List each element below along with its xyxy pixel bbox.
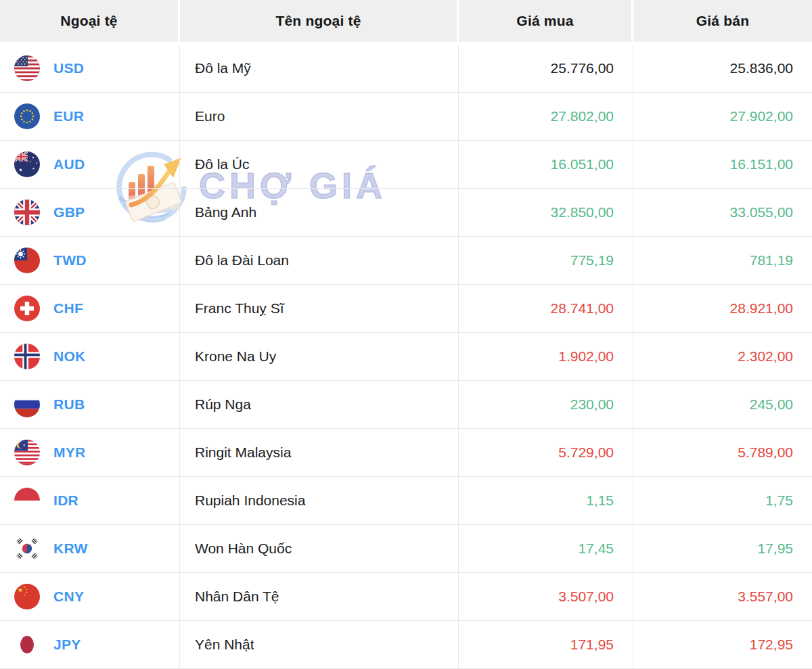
table-row: EUR Euro 27.802,00 27.902,00 — [0, 93, 812, 141]
currency-code[interactable]: MYR — [53, 444, 86, 461]
currency-code[interactable]: USD — [53, 60, 84, 76]
currency-code[interactable]: JPY — [53, 637, 81, 653]
currency-name: Ringit Malaysia — [180, 429, 459, 477]
table-row: CHF Franc Thuỵ Sĩ 28.741,00 28.921,00 — [0, 285, 812, 333]
currency-code[interactable]: GBP — [53, 204, 85, 221]
header-sell: Giá bán — [633, 0, 812, 45]
buy-price: 775,19 — [459, 237, 633, 285]
table-row: AUD Đô la Úc 16.051,00 16.151,00 — [0, 141, 812, 189]
table-header: Ngoại tệ Tên ngoại tệ Giá mua Giá bán — [0, 0, 812, 45]
buy-price: 5.729,00 — [459, 429, 633, 477]
currency-code[interactable]: CHF — [53, 300, 83, 317]
buy-price: 1.902,00 — [459, 333, 633, 381]
currency-name: Nhân Dân Tệ — [180, 573, 459, 621]
myr-flag-icon — [14, 440, 40, 465]
currency-code[interactable]: IDR — [53, 492, 78, 509]
sell-price: 17,95 — [633, 525, 812, 573]
usd-flag-icon — [14, 55, 40, 81]
header-buy: Giá mua — [459, 0, 633, 45]
buy-price: 230,00 — [459, 381, 633, 429]
table-row: CNY Nhân Dân Tệ 3.507,00 3.557,00 — [0, 573, 812, 621]
jpy-flag-icon — [14, 632, 40, 658]
currency-name: Đô la Úc — [180, 141, 459, 189]
sell-price: 172,95 — [633, 621, 812, 669]
aud-flag-icon — [14, 152, 40, 177]
buy-price: 171,95 — [459, 621, 633, 669]
table-row: KRW Won Hàn Quốc 17,45 17,95 — [0, 525, 812, 573]
currency-name: Franc Thuỵ Sĩ — [180, 285, 459, 333]
krw-flag-icon — [14, 536, 40, 561]
idr-flag-icon — [14, 488, 40, 513]
table-row: GBP Bảng Anh 32.850,00 33.055,00 — [0, 189, 812, 237]
buy-price: 28.741,00 — [459, 285, 633, 333]
rub-flag-icon — [14, 392, 40, 417]
chf-flag-icon — [14, 296, 40, 321]
buy-price: 32.850,00 — [459, 189, 633, 237]
sell-price: 27.902,00 — [633, 93, 812, 141]
currency-name: Bảng Anh — [180, 189, 459, 237]
sell-price: 1,75 — [633, 477, 812, 525]
currency-code[interactable]: TWD — [53, 252, 87, 269]
nok-flag-icon — [14, 344, 40, 369]
currency-code[interactable]: KRW — [53, 540, 88, 557]
table-row: IDR Rupiah Indonesia 1,15 1,75 — [0, 477, 812, 525]
currency-name: Euro — [180, 93, 459, 141]
table-row: RUB Rúp Nga 230,00 245,00 — [0, 381, 812, 429]
currency-name: Won Hàn Quốc — [180, 525, 459, 573]
sell-price: 2.302,00 — [633, 333, 812, 381]
sell-price: 3.557,00 — [633, 573, 812, 621]
table-row: NOK Krone Na Uy 1.902,00 2.302,00 — [0, 333, 812, 381]
sell-price: 28.921,00 — [633, 285, 812, 333]
eur-flag-icon — [14, 103, 40, 129]
buy-price: 27.802,00 — [459, 93, 633, 141]
header-currency: Ngoại tệ — [0, 0, 180, 45]
currency-name: Krone Na Uy — [180, 333, 459, 381]
table-row: USD Đô la Mỹ 25.776,00 25.836,00 — [0, 45, 812, 93]
currency-name: Đô la Đài Loan — [180, 237, 459, 285]
buy-price: 1,15 — [459, 477, 633, 525]
sell-price: 245,00 — [633, 381, 812, 429]
currency-name: Rupiah Indonesia — [180, 477, 459, 525]
sell-price: 33.055,00 — [633, 189, 812, 237]
gbp-flag-icon — [14, 200, 40, 225]
sell-price: 25.836,00 — [633, 45, 812, 93]
twd-flag-icon — [14, 248, 40, 273]
table-row: TWD Đô la Đài Loan 775,19 781,19 — [0, 237, 812, 285]
buy-price: 16.051,00 — [459, 141, 633, 189]
buy-price: 17,45 — [459, 525, 633, 573]
currency-name: Rúp Nga — [180, 381, 459, 429]
cny-flag-icon — [14, 584, 40, 609]
currency-name: Yên Nhật — [180, 621, 459, 669]
currency-code[interactable]: EUR — [53, 108, 84, 124]
sell-price: 16.151,00 — [633, 141, 812, 189]
sell-price: 781,19 — [633, 237, 812, 285]
exchange-rate-table: Ngoại tệ Tên ngoại tệ Giá mua Giá bán US… — [0, 0, 812, 669]
currency-code[interactable]: AUD — [53, 156, 85, 172]
sell-price: 5.789,00 — [633, 429, 812, 477]
header-name: Tên ngoại tệ — [180, 0, 459, 45]
buy-price: 25.776,00 — [459, 45, 633, 93]
currency-code[interactable]: NOK — [53, 348, 86, 365]
table-row: JPY Yên Nhật 171,95 172,95 — [0, 621, 812, 669]
table-row: MYR Ringit Malaysia 5.729,00 5.789,00 — [0, 429, 812, 477]
currency-code[interactable]: RUB — [53, 396, 85, 413]
currency-code[interactable]: CNY — [53, 589, 84, 605]
buy-price: 3.507,00 — [459, 573, 633, 621]
currency-name: Đô la Mỹ — [180, 45, 459, 93]
